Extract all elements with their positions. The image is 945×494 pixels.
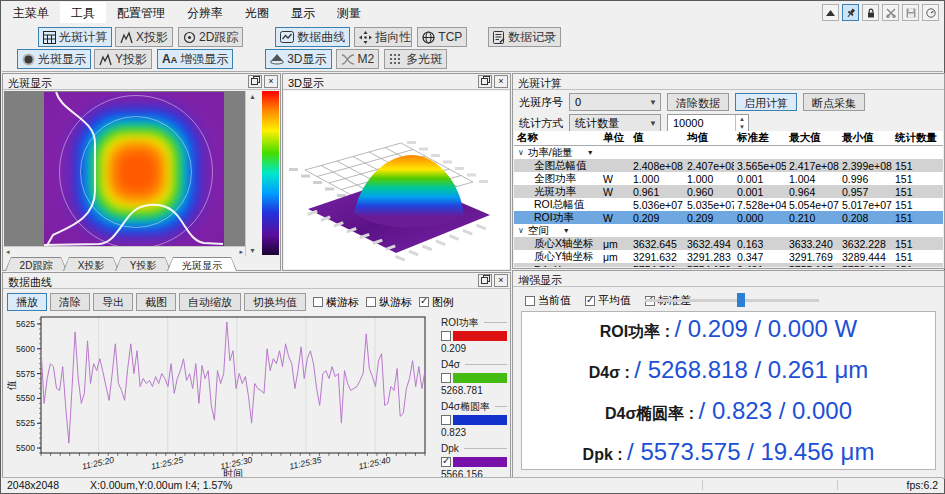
toolbar-beam-display-button[interactable]: 光斑显示 bbox=[17, 49, 91, 69]
table-group-row[interactable]: ∨功率/能量▼ bbox=[514, 146, 943, 159]
menu-config[interactable]: 配置管理 bbox=[106, 2, 176, 23]
gauge-icon[interactable] bbox=[922, 4, 939, 21]
save-icon[interactable] bbox=[902, 4, 919, 21]
toolbar-enhanced-display-button[interactable]: AA增强显示 bbox=[157, 49, 233, 69]
cut-icon[interactable] bbox=[882, 4, 899, 21]
menu-resolution[interactable]: 分辨率 bbox=[176, 2, 234, 23]
menu-display[interactable]: 显示 bbox=[280, 2, 326, 23]
legend-checkbox[interactable] bbox=[441, 457, 451, 467]
beam-tab-bar: 2D跟踪 X投影 Y投影 光斑显示 bbox=[5, 257, 233, 271]
svg-text:5575: 5575 bbox=[16, 369, 35, 379]
current-value-checkbox[interactable]: 当前值 bbox=[525, 293, 571, 308]
close-icon[interactable]: × bbox=[264, 75, 278, 88]
menu-measure[interactable]: 测量 bbox=[326, 2, 372, 23]
toggle-mean-button[interactable]: 切换均值 bbox=[244, 293, 306, 311]
toolbar-tcp-button[interactable]: TCP bbox=[417, 27, 467, 47]
surface-3d-plot[interactable] bbox=[284, 91, 509, 269]
stat-count-spinner[interactable]: 10000▲▼ bbox=[667, 114, 749, 132]
slider-handle[interactable] bbox=[737, 293, 745, 307]
menu-aperture[interactable]: 光圈 bbox=[234, 2, 280, 23]
close-icon[interactable]: × bbox=[494, 274, 508, 287]
svg-text:5625: 5625 bbox=[16, 319, 35, 329]
tab-beam-display[interactable]: 光斑显示 bbox=[167, 257, 237, 271]
fps-status: fps:6.2 bbox=[906, 479, 938, 491]
screenshot-button[interactable]: 截图 bbox=[136, 293, 176, 311]
tab-2d-track[interactable]: 2D跟踪 bbox=[5, 257, 67, 271]
toolbar-beam-calc-button[interactable]: 光斑计算 bbox=[38, 27, 112, 47]
restore-icon[interactable] bbox=[478, 274, 492, 287]
toolbar-2d-track-button[interactable]: 2D跟踪 bbox=[178, 27, 243, 47]
table-header[interactable]: 名称单位 值均值 标准差最大值 最小值统计数量 bbox=[514, 131, 943, 146]
table-row[interactable]: 全图功率W1.0001.0000.0011.0040.996151 bbox=[514, 172, 943, 185]
panel-title: 数据曲线 bbox=[3, 273, 510, 289]
toolbar-x-projection-button[interactable]: X投影 bbox=[115, 27, 173, 47]
menu-tools[interactable]: 工具 bbox=[60, 2, 106, 23]
enable-calc-button[interactable]: 启用计算 bbox=[735, 93, 797, 111]
h-cursor-checkbox[interactable]: 横游标 bbox=[313, 295, 359, 310]
beam-projection-curves bbox=[44, 92, 224, 247]
toolbar-y-projection-button[interactable]: Y投影 bbox=[94, 49, 152, 69]
beam-display-panel: 光斑显示 × ◂▸ ▲▼ bbox=[2, 73, 281, 271]
status-bar: 2048x2048 X:0.00um,Y:0.00um I:4; 1.57% f… bbox=[2, 477, 943, 492]
font-size-slider[interactable] bbox=[645, 299, 819, 302]
breakpoint-capture-button[interactable]: 断点采集 bbox=[803, 93, 865, 111]
tab-x-projection[interactable]: X投影 bbox=[63, 257, 119, 271]
line-chart[interactable]: 55005525555055755600562511:25:2011:25:25… bbox=[5, 313, 437, 482]
collapse-icon[interactable] bbox=[822, 4, 839, 21]
beam-image-viewport[interactable]: ◂▸ bbox=[4, 91, 245, 256]
auto-scale-button[interactable]: 自动缩放 bbox=[179, 293, 241, 311]
table-group-row[interactable]: ∨空间▼ bbox=[514, 224, 943, 237]
legend-color-bar bbox=[453, 331, 507, 341]
restore-icon[interactable] bbox=[248, 75, 262, 88]
beam-waist-icon bbox=[341, 54, 355, 65]
toolbar-data-curve-button[interactable]: 数据曲线 bbox=[275, 27, 350, 47]
mean-value-checkbox[interactable]: 平均值 bbox=[585, 293, 631, 308]
table-row[interactable]: 质心Y轴坐标μm3291.6323291.2830.3473291.769328… bbox=[514, 250, 943, 263]
table-row[interactable]: D4σXμm5754.7115754.1760.4015755.1075753.… bbox=[514, 263, 943, 267]
table-row[interactable]: 质心X轴坐标μm3632.6453632.4940.1633633.240363… bbox=[514, 237, 943, 250]
menu-main[interactable]: 主菜单 bbox=[2, 2, 60, 23]
stat-mode-select[interactable]: 统计数量▼ bbox=[569, 114, 661, 132]
toolbar-button-label: TCP bbox=[438, 30, 462, 44]
legend-checkbox[interactable] bbox=[441, 331, 451, 341]
pin-icon[interactable] bbox=[842, 4, 859, 21]
legend-color-bar bbox=[453, 415, 507, 425]
enhanced-readout-box: ROI功率 : / 0.209 / 0.000 W D4σ : / 5268.8… bbox=[521, 311, 936, 470]
toolbar-directivity-button[interactable]: 指向性 bbox=[354, 27, 412, 47]
toolbar-button-label: 指向性 bbox=[375, 29, 411, 46]
table-row-selected[interactable]: ROI功率W0.2090.2090.0000.2100.208151 bbox=[514, 211, 943, 224]
lock-icon[interactable] bbox=[862, 4, 879, 21]
horizontal-scrollbar[interactable]: ◂▸ bbox=[4, 246, 245, 256]
table-row[interactable]: ROI总幅值5.036e+075.035e+077.528e+045.054e+… bbox=[514, 198, 943, 211]
toolbar-button-label: 数据曲线 bbox=[297, 29, 345, 46]
toolbar-m2-button[interactable]: M2 bbox=[336, 49, 380, 69]
legend-checkbox[interactable] bbox=[441, 373, 451, 383]
play-button[interactable]: 播放 bbox=[7, 293, 47, 311]
clear-data-button[interactable]: 清除数据 bbox=[667, 93, 729, 111]
toolbar-data-record-button[interactable]: 数据记录 bbox=[488, 27, 561, 47]
table-row[interactable]: 光斑功率W0.9610.9600.0010.9640.957151 bbox=[514, 185, 943, 198]
svg-text:11:25:20: 11:25:20 bbox=[81, 455, 115, 472]
tab-y-projection[interactable]: Y投影 bbox=[115, 257, 171, 271]
panel-title: 光斑计算 bbox=[513, 74, 944, 90]
restore-icon[interactable] bbox=[478, 75, 492, 88]
svg-text:5500: 5500 bbox=[16, 443, 35, 453]
toolbar-3d-display-button[interactable]: 3D显示 bbox=[265, 49, 331, 69]
enhanced-display-panel: 增强显示 当前值 平均值 标准差 ROI功率 : / 0.209 / 0.000… bbox=[512, 270, 945, 479]
toolbar-multispot-button[interactable]: 多光斑 bbox=[384, 49, 447, 69]
legend-checkbox[interactable]: 图例 bbox=[419, 295, 454, 310]
close-icon[interactable]: × bbox=[494, 75, 508, 88]
toolbar-button-label: 3D显示 bbox=[287, 51, 326, 68]
vertical-scrollbar[interactable]: ▲▼ bbox=[245, 91, 258, 256]
toolbar-button-label: 多光斑 bbox=[406, 51, 442, 68]
table-row[interactable]: 全图总幅值2.408e+082.407e+083.565e+052.417e+0… bbox=[514, 159, 943, 172]
clear-button[interactable]: 清除 bbox=[50, 293, 90, 311]
curve-toolbar: 播放 清除 导出 截图 自动缩放 切换均值 横游标 纵游标 图例 bbox=[7, 293, 454, 311]
export-button[interactable]: 导出 bbox=[93, 293, 133, 311]
svg-text:5600: 5600 bbox=[16, 344, 35, 354]
svg-text:11:25:25: 11:25:25 bbox=[150, 455, 184, 472]
stat-mode-label: 统计方式 bbox=[519, 116, 563, 131]
v-cursor-checkbox[interactable]: 纵游标 bbox=[366, 295, 412, 310]
legend-checkbox[interactable] bbox=[441, 415, 451, 425]
beam-seq-select[interactable]: 0▼ bbox=[569, 93, 661, 111]
